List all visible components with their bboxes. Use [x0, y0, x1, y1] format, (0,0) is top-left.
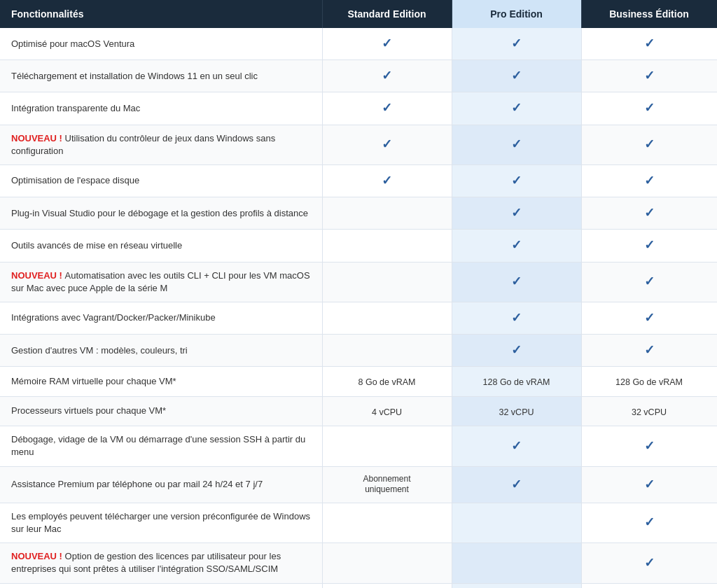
business-cell: 128 Go de vRAM: [581, 367, 717, 397]
standard-cell: [322, 302, 452, 334]
feature-cell: Optimisation de l'espace disque: [0, 164, 322, 197]
check-icon: ✓: [644, 477, 655, 491]
business-cell: ✓: [581, 197, 717, 230]
feature-cell: Outils avancés de mise en réseau virtuel…: [0, 230, 322, 262]
pro-cell: ✓: [452, 302, 581, 334]
business-cell: ✓: [581, 262, 717, 302]
feature-cell: Les employés peuvent télécharger une ver…: [0, 503, 322, 542]
header-pro: Pro Edition: [452, 0, 581, 28]
check-icon: ✓: [511, 238, 522, 252]
feature-cell: Administration et facturation centralisé…: [0, 583, 322, 588]
check-icon: ✓: [511, 36, 522, 50]
business-cell: ✓: [581, 543, 717, 583]
pro-cell: ✓: [452, 197, 581, 230]
check-icon: ✓: [644, 343, 655, 357]
check-icon: ✓: [382, 69, 392, 83]
pro-cell: 32 vCPU: [452, 396, 581, 426]
check-icon: ✓: [511, 343, 522, 357]
value-text: 32 vCPU: [632, 407, 667, 417]
check-icon: ✓: [644, 556, 655, 570]
comparison-table: Fonctionnalités Standard Edition Pro Edi…: [0, 0, 717, 588]
header-standard: Standard Edition: [322, 0, 452, 28]
standard-cell: ✓: [322, 60, 452, 92]
nouveau-badge: NOUVEAU !: [11, 270, 65, 281]
feature-cell: Mémoire RAM virtuelle pour chaque VM*: [0, 367, 322, 397]
standard-cell: [322, 426, 452, 466]
check-icon: ✓: [644, 137, 655, 151]
business-cell: ✓: [581, 125, 717, 164]
value-text: 4 vCPU: [372, 407, 402, 417]
check-icon: ✓: [644, 238, 655, 252]
standard-cell: 8 Go de vRAM: [322, 367, 452, 397]
standard-cell: ✓: [322, 125, 452, 164]
header-business: Business Édition: [581, 0, 717, 28]
pro-cell: ✓: [452, 335, 581, 367]
feature-cell: NOUVEAU ! Automatisation avec les outils…: [0, 262, 322, 302]
check-icon: ✓: [511, 69, 522, 83]
standard-cell: ✓: [322, 164, 452, 197]
table-row: Assistance Premium par téléphone ou par …: [0, 466, 717, 503]
check-icon: ✓: [382, 36, 392, 50]
pro-cell: 128 Go de vRAM: [452, 367, 581, 397]
feature-cell: Processeurs virtuels pour chaque VM*: [0, 396, 322, 426]
value-text: 128 Go de vRAM: [483, 377, 550, 387]
check-icon: ✓: [511, 477, 522, 491]
check-icon: ✓: [511, 274, 522, 288]
check-icon: ✓: [382, 174, 392, 188]
value-text: 128 Go de vRAM: [615, 377, 683, 387]
check-icon: ✓: [511, 311, 522, 325]
check-icon: ✓: [644, 206, 655, 220]
standard-cell: [322, 197, 452, 230]
feature-cell: Gestion d'autres VM : modèles, couleurs,…: [0, 335, 322, 367]
feature-cell: NOUVEAU ! Utilisation du contrôleur de j…: [0, 125, 322, 164]
business-cell: ✓: [581, 60, 717, 92]
check-icon: ✓: [644, 439, 655, 453]
pro-cell: ✓: [452, 230, 581, 262]
nouveau-badge: NOUVEAU !: [11, 133, 65, 144]
pro-cell: [452, 583, 581, 588]
table-row: Optimisation de l'espace disque✓✓✓: [0, 164, 717, 197]
pro-cell: ✓: [452, 125, 581, 164]
pro-cell: ✓: [452, 28, 581, 60]
abonnement-text: Abonnementuniquement: [334, 474, 440, 496]
feature-cell: NOUVEAU ! Option de gestion des licences…: [0, 543, 322, 583]
business-cell: ✓: [581, 583, 717, 588]
check-icon: ✓: [644, 101, 655, 115]
check-icon: ✓: [644, 311, 655, 325]
standard-cell: ✓: [322, 28, 452, 60]
business-cell: ✓: [581, 28, 717, 60]
table-row: Processeurs virtuels pour chaque VM*4 vC…: [0, 396, 717, 426]
feature-cell: Téléchargement et installation de Window…: [0, 60, 322, 92]
check-icon: ✓: [511, 174, 522, 188]
pro-cell: [452, 503, 581, 542]
pro-cell: [452, 543, 581, 583]
check-icon: ✓: [382, 137, 392, 151]
standard-cell: [322, 583, 452, 588]
check-icon: ✓: [382, 101, 392, 115]
standard-cell: [322, 503, 452, 542]
nouveau-badge: NOUVEAU !: [11, 551, 65, 561]
table-row: Mémoire RAM virtuelle pour chaque VM*8 G…: [0, 367, 717, 397]
table-row: Débogage, vidage de la VM ou démarrage d…: [0, 426, 717, 466]
business-cell: ✓: [581, 92, 717, 125]
comparison-table-wrapper: Fonctionnalités Standard Edition Pro Edi…: [0, 0, 717, 588]
business-cell: ✓: [581, 503, 717, 542]
standard-cell: [322, 335, 452, 367]
pro-cell: ✓: [452, 426, 581, 466]
check-icon: ✓: [644, 36, 655, 50]
table-row: NOUVEAU ! Automatisation avec les outils…: [0, 262, 717, 302]
check-icon: ✓: [511, 439, 522, 453]
standard-cell: [322, 543, 452, 583]
standard-cell: ✓: [322, 92, 452, 125]
feature-cell: Intégrations avec Vagrant/Docker/Packer/…: [0, 302, 322, 334]
pro-cell: ✓: [452, 262, 581, 302]
standard-cell: [322, 262, 452, 302]
check-icon: ✓: [511, 101, 522, 115]
header-features: Fonctionnalités: [0, 0, 322, 28]
pro-cell: ✓: [452, 164, 581, 197]
business-cell: ✓: [581, 302, 717, 334]
check-icon: ✓: [644, 515, 655, 529]
table-row: Administration et facturation centralisé…: [0, 583, 717, 588]
table-row: Téléchargement et installation de Window…: [0, 60, 717, 92]
value-text: 8 Go de vRAM: [358, 377, 416, 387]
